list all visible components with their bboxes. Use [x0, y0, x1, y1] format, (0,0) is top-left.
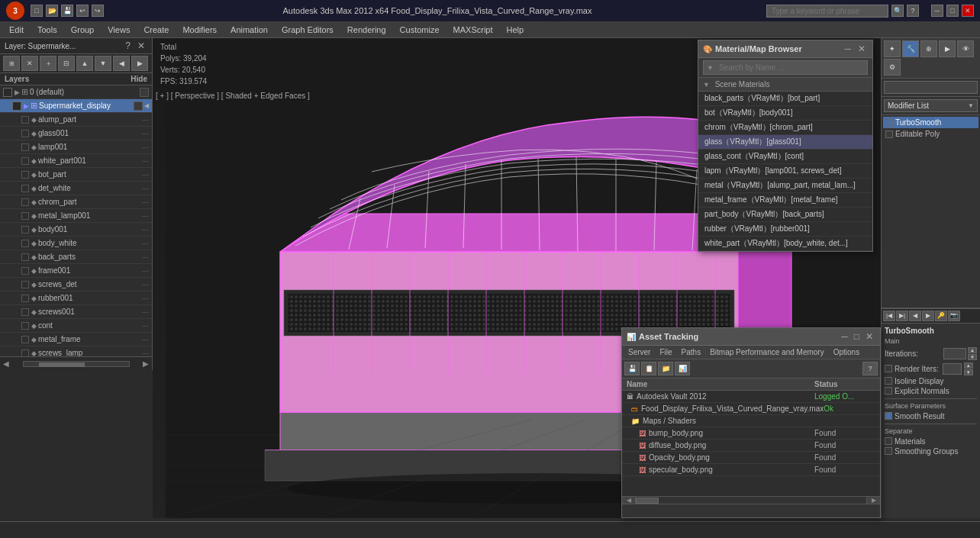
at-chart-btn[interactable]: 📊 [675, 362, 690, 375]
modifier-turbosmoothitem[interactable]: TurboSmooth [883, 117, 978, 128]
layers-tb-add[interactable]: ＋ [40, 56, 56, 71]
mat-item[interactable]: glass_cont（VRayMtl）[cont] [698, 150, 872, 164]
transport-prev-btn[interactable]: ◀ [909, 311, 921, 321]
ts-render-up[interactable]: ▲ [964, 362, 973, 369]
at-row-maxfile[interactable]: 🗃 Food_Display_Frilixa_Vista_Curved_Rang… [622, 403, 880, 415]
ts-iters-input[interactable]: 0 [943, 348, 966, 359]
mat-browser-min[interactable]: ─ [842, 43, 853, 54]
win-minimize[interactable]: ─ [931, 5, 943, 17]
mat-browser-close[interactable]: ✕ [856, 43, 868, 54]
ts-iters-up[interactable]: ▲ [968, 347, 977, 353]
menu-customize[interactable]: Customize [394, 24, 446, 36]
props-display-btn[interactable]: 👁 [957, 40, 974, 57]
at-scroll-right[interactable]: ▶ [866, 497, 880, 504]
layer-item[interactable]: ◆bot_part— [0, 168, 152, 182]
menu-help[interactable]: Help [501, 24, 530, 36]
at-menu-bitmap[interactable]: Bitmap Performance and Memory [710, 348, 824, 356]
menu-tools[interactable]: Tools [31, 24, 63, 36]
layer-item[interactable]: ◆metal_lamp001— [0, 209, 152, 223]
at-scroll-left[interactable]: ◀ [622, 497, 636, 504]
at-help-btn[interactable]: ? [862, 362, 878, 375]
tb-undo[interactable]: ↩ [76, 5, 89, 17]
layer-item[interactable]: ◆metal_frame— [0, 333, 152, 346]
ts-render-down[interactable]: ▼ [964, 369, 973, 375]
layer-item[interactable]: ◆alump_part— [0, 113, 152, 127]
menu-modifiers[interactable]: Modifiers [176, 24, 223, 36]
menu-rendering[interactable]: Rendering [341, 24, 392, 36]
at-min-btn[interactable]: ─ [839, 331, 850, 342]
layers-tb-del[interactable]: ✕ [21, 56, 38, 71]
mat-item[interactable]: rubber（VRayMtl）[rubber001] [698, 222, 872, 237]
ts-render-iters-input[interactable]: 2 [943, 363, 962, 375]
layer-item[interactable]: ◆back_parts— [0, 250, 152, 264]
modifier-enable-check[interactable] [885, 119, 893, 127]
layer-item[interactable]: ▶ ⊞ Supermarket_display ◀ [0, 99, 152, 113]
at-folder-btn[interactable]: 📁 [658, 362, 673, 375]
props-motion-btn[interactable]: ▶ [939, 40, 956, 57]
ts-smooth-check[interactable] [885, 412, 892, 420]
mat-item[interactable]: white_part（VRayMtl）[body_white, det...] [698, 237, 872, 251]
at-restore-btn[interactable]: □ [852, 331, 862, 342]
ts-explicit-check[interactable] [885, 387, 892, 395]
layer-item[interactable]: ◆screws001— [0, 305, 152, 319]
mat-item[interactable]: part_body（VRayMtl）[back_parts] [698, 208, 872, 222]
layer-item[interactable]: ◆glass001— [0, 127, 152, 140]
menu-create[interactable]: Create [137, 24, 175, 36]
layer-item[interactable]: ▶ ⊞ 0 (default) [0, 85, 152, 99]
layer-item[interactable]: ◆screws_det— [0, 278, 152, 292]
layers-tb-up[interactable]: ▲ [76, 56, 93, 71]
modifier-list-dropdown[interactable]: Modifier List ▼ [884, 99, 978, 112]
at-row-opacity[interactable]: 🖼 Opacity_body.png Found [622, 452, 880, 464]
tb-new[interactable]: □ [31, 5, 43, 17]
scroll-left-btn[interactable]: ◀ [3, 359, 9, 368]
at-row-maps-folder[interactable]: 📁 Maps / Shaders [622, 415, 880, 427]
win-close[interactable]: ✕ [962, 5, 974, 17]
mat-item[interactable]: glass（VRayMtl）[glass001] [698, 135, 872, 150]
material-search-input[interactable] [716, 62, 864, 73]
layers-tb-right[interactable]: ▶ [131, 56, 148, 71]
tb-redo[interactable]: ↪ [92, 5, 104, 17]
at-menu-file[interactable]: File [659, 348, 672, 356]
layer-item[interactable]: ◆chrom_part— [0, 195, 152, 209]
layer-item[interactable]: ◆frame001— [0, 264, 152, 278]
tb-open[interactable]: 📂 [46, 5, 58, 17]
props-utilities-btn[interactable]: ⚙ [884, 59, 901, 76]
mat-item[interactable]: bot（VRayMtl）[body001] [698, 106, 872, 121]
layer-item[interactable]: ◆body001— [0, 223, 152, 237]
mat-item[interactable]: metal_frame（VRayMtl）[metal_frame] [698, 193, 872, 208]
layer-item[interactable]: ◆body_white— [0, 237, 152, 250]
mat-item[interactable]: chrom（VRayMtl）[chrom_part] [698, 121, 872, 135]
ts-smoothgroups-check[interactable] [885, 447, 892, 455]
ts-materials-check[interactable] [885, 437, 892, 445]
search-btn[interactable]: 🔍 [891, 5, 904, 17]
at-close-btn[interactable]: ✕ [863, 331, 875, 342]
layers-tb-grid[interactable]: ⊞ [3, 56, 20, 71]
props-name-input[interactable]: glass001 [884, 81, 978, 94]
layer-item[interactable]: ◆det_white— [0, 182, 152, 195]
at-row-vault[interactable]: 🏛 Autodesk Vault 2012 Logged O... [622, 391, 880, 403]
layers-tb-minus[interactable]: ⊟ [58, 56, 75, 71]
at-row-specular[interactable]: 🖼 specular_body.png Found [622, 464, 880, 476]
at-row-diffuse[interactable]: 🖼 diffuse_body.png Found [622, 440, 880, 452]
at-menu-server[interactable]: Server [628, 348, 650, 356]
layer-item[interactable]: ◆screws_lamp— [0, 346, 152, 356]
menu-edit[interactable]: Edit [3, 24, 30, 36]
tb-save[interactable]: 💾 [61, 5, 73, 17]
menu-animation[interactable]: Animation [224, 24, 274, 36]
win-maximize[interactable]: □ [946, 5, 959, 17]
layer-item[interactable]: ◆lamp001— [0, 140, 152, 154]
ts-isoline-check[interactable] [885, 377, 892, 385]
layers-header[interactable]: Layer: Supermarke... ? ✕ [0, 38, 152, 54]
search-input[interactable] [766, 5, 888, 18]
mat-item[interactable]: black_parts（VRayMtl）[bot_part] [698, 92, 872, 106]
menu-group[interactable]: Group [65, 24, 101, 36]
transport-end-btn[interactable]: ▶| [896, 311, 908, 321]
layers-tb-down[interactable]: ▼ [95, 56, 111, 71]
ts-render-iters-check[interactable] [885, 365, 892, 372]
at-copy-btn[interactable]: 📋 [641, 362, 656, 375]
at-save-btn[interactable]: 💾 [624, 362, 640, 375]
modifier-enable-check2[interactable] [885, 130, 893, 138]
mat-item[interactable]: metal（VRayMtl）[alump_part, metal_lam...] [698, 179, 872, 193]
menu-views[interactable]: Views [102, 24, 136, 36]
menu-maxscript[interactable]: MAXScript [447, 24, 499, 36]
